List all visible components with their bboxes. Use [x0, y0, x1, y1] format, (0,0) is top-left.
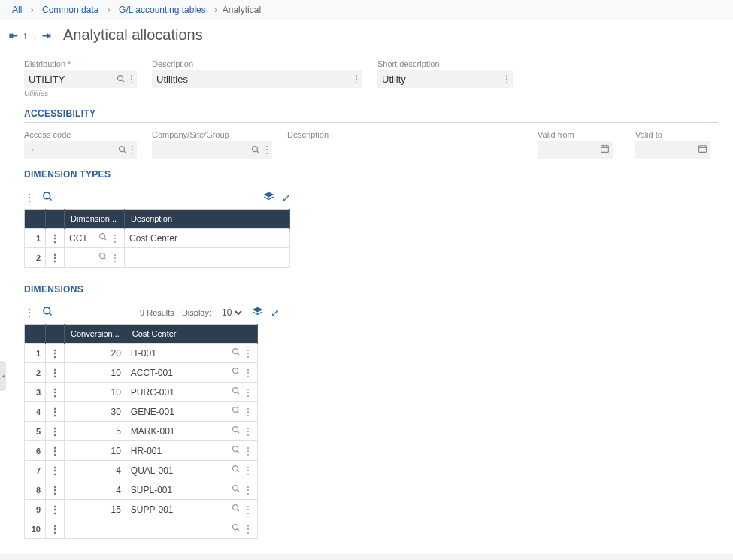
- display-select[interactable]: 10: [219, 307, 244, 319]
- conversion-cell[interactable]: 4: [65, 461, 126, 480]
- csg-input[interactable]: [152, 141, 250, 159]
- row-menu[interactable]: ⋮: [46, 402, 65, 422]
- more-icon[interactable]: ⋮: [244, 524, 253, 534]
- search-icon[interactable]: [115, 70, 126, 88]
- conversion-cell[interactable]: 10: [65, 363, 126, 383]
- search-icon[interactable]: [250, 141, 261, 159]
- more-icon[interactable]: ⋮: [244, 504, 253, 515]
- search-icon[interactable]: [232, 425, 241, 437]
- more-icon[interactable]: ⋮: [126, 70, 137, 88]
- cost-center-cell[interactable]: MARK-001⋮: [126, 422, 257, 441]
- cost-center-cell[interactable]: SUPP-001⋮: [126, 500, 257, 519]
- row-menu[interactable]: ⋮: [46, 519, 65, 539]
- row-menu[interactable]: ⋮: [46, 500, 65, 519]
- more-icon[interactable]: ⋮: [262, 141, 272, 159]
- row-menu[interactable]: ⋮: [46, 363, 65, 383]
- cost-center-cell[interactable]: ACCT-001⋮: [126, 363, 257, 383]
- conversion-cell[interactable]: 15: [65, 500, 126, 519]
- more-icon[interactable]: ⋮: [244, 465, 253, 476]
- search-icon[interactable]: [232, 465, 241, 476]
- expand-icon[interactable]: ⤢: [271, 307, 280, 319]
- col-conversion[interactable]: Conversion...: [65, 325, 126, 344]
- more-icon[interactable]: ⋮: [350, 70, 362, 88]
- more-icon[interactable]: ⋮: [244, 407, 253, 417]
- more-icon[interactable]: ⋮: [244, 426, 253, 437]
- row-menu[interactable]: ⋮: [46, 461, 65, 480]
- cost-center-cell[interactable]: QUAL-001⋮: [126, 461, 257, 480]
- row-menu[interactable]: ⋮: [46, 480, 65, 500]
- calendar-icon[interactable]: [600, 144, 610, 156]
- description-input[interactable]: [152, 70, 350, 88]
- cost-center-cell[interactable]: HR-001⋮: [126, 441, 257, 461]
- calendar-icon[interactable]: [698, 144, 707, 156]
- conversion-cell[interactable]: [65, 519, 126, 539]
- search-icon[interactable]: [232, 406, 241, 417]
- next-record-icon[interactable]: ↓: [32, 29, 38, 41]
- prev-record-icon[interactable]: ↑: [23, 29, 28, 41]
- search-icon[interactable]: [232, 445, 241, 456]
- distribution-input[interactable]: [24, 70, 115, 88]
- conversion-cell[interactable]: 30: [65, 402, 126, 422]
- search-icon[interactable]: [98, 232, 108, 244]
- first-record-icon[interactable]: ⇤: [9, 29, 18, 41]
- search-icon[interactable]: [42, 191, 53, 204]
- search-icon[interactable]: [98, 252, 108, 263]
- row-menu[interactable]: ⋮: [46, 229, 65, 248]
- conversion-cell[interactable]: 5: [65, 422, 126, 441]
- dimension-code-cell[interactable]: ⋮: [65, 248, 125, 268]
- conversion-cell[interactable]: 20: [65, 344, 126, 363]
- more-icon[interactable]: ⋮: [244, 348, 253, 359]
- more-icon[interactable]: ⋮: [244, 368, 253, 378]
- row-menu[interactable]: ⋮: [46, 441, 65, 461]
- access-code-input-wrap: → ⋮: [24, 141, 137, 159]
- dimension-code-cell[interactable]: CCT⋮: [65, 229, 125, 248]
- col-description[interactable]: Description: [125, 210, 290, 229]
- sidebar-collapse-tab[interactable]: ◂: [0, 361, 6, 391]
- row-menu[interactable]: ⋮: [46, 344, 65, 363]
- col-dimension[interactable]: Dimension...: [65, 210, 125, 229]
- search-icon[interactable]: [232, 347, 241, 359]
- conversion-cell[interactable]: 10: [65, 383, 126, 402]
- row-menu[interactable]: ⋮: [46, 422, 65, 441]
- breadcrumb-all[interactable]: All: [12, 5, 22, 15]
- search-icon[interactable]: [118, 141, 128, 159]
- cost-center-cell[interactable]: GENE-001⋮: [126, 402, 257, 422]
- more-icon[interactable]: ⋮: [244, 387, 253, 398]
- row-menu[interactable]: ⋮: [46, 383, 65, 402]
- more-icon[interactable]: ⋮: [501, 70, 513, 88]
- table-row: 1⋮CCT⋮Cost Center: [25, 229, 290, 248]
- svg-line-33: [237, 431, 239, 434]
- more-icon[interactable]: ⋮: [127, 141, 137, 159]
- search-icon[interactable]: [232, 523, 241, 534]
- layers-icon[interactable]: [263, 191, 274, 204]
- cost-center-cell[interactable]: ⋮: [126, 519, 257, 539]
- more-icon[interactable]: ⋮: [111, 253, 120, 263]
- layers-icon[interactable]: [252, 306, 263, 319]
- last-record-icon[interactable]: ⇥: [42, 29, 51, 41]
- search-icon[interactable]: [232, 386, 241, 398]
- cost-center-cell[interactable]: IT-001⋮: [126, 344, 257, 363]
- svg-line-3: [124, 151, 126, 153]
- breadcrumb-gl-tables[interactable]: G/L accounting tables: [119, 5, 206, 15]
- breadcrumb-common-data[interactable]: Common data: [42, 5, 98, 15]
- cost-center-cell[interactable]: SUPL-001⋮: [126, 480, 257, 500]
- expand-icon[interactable]: ⤢: [282, 192, 291, 204]
- description-input-wrap: ⋮: [152, 70, 362, 88]
- row-menu[interactable]: ⋮: [46, 248, 65, 268]
- search-icon[interactable]: [232, 504, 241, 515]
- more-icon[interactable]: ⋮: [111, 233, 120, 244]
- more-icon[interactable]: ⋮: [24, 307, 35, 319]
- more-icon[interactable]: ⋮: [24, 192, 35, 204]
- cost-center-cell[interactable]: PURC-001⋮: [126, 383, 257, 402]
- col-cost-center[interactable]: Cost Center: [126, 325, 257, 344]
- short-description-input[interactable]: [377, 70, 501, 88]
- search-icon[interactable]: [232, 367, 241, 378]
- access-code-input[interactable]: [36, 141, 118, 159]
- more-icon[interactable]: ⋮: [244, 485, 253, 495]
- conversion-cell[interactable]: 4: [65, 480, 126, 500]
- csg-label: Company/Site/Group: [152, 130, 272, 139]
- search-icon[interactable]: [42, 306, 53, 319]
- conversion-cell[interactable]: 10: [65, 441, 126, 461]
- more-icon[interactable]: ⋮: [244, 446, 253, 456]
- search-icon[interactable]: [232, 484, 241, 495]
